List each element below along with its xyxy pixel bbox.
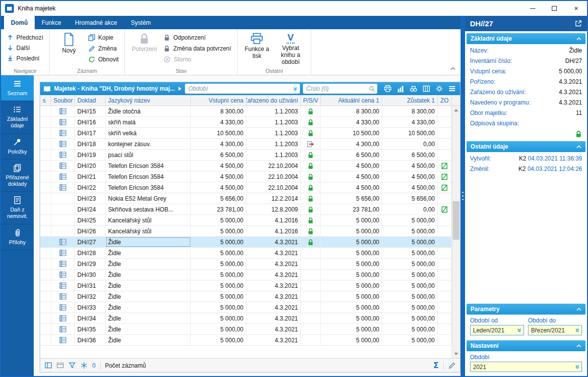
double-chevron-down-icon[interactable] [517, 327, 522, 333]
scroll-up-button[interactable] [452, 106, 460, 114]
next-button[interactable]: Další [5, 43, 45, 53]
copy-button[interactable]: Kopie [86, 32, 120, 43]
close-button[interactable]: × [565, 1, 587, 16]
double-chevron-down-icon[interactable] [293, 86, 298, 92]
section-settings-header[interactable]: Nastavení [467, 340, 586, 351]
open-in-window-icon[interactable] [575, 20, 582, 27]
columns-button[interactable] [422, 85, 430, 93]
collapse-icon[interactable] [576, 37, 582, 41]
number-search-input[interactable] [306, 85, 367, 92]
minimize-button[interactable] [522, 1, 543, 16]
double-chevron-down-icon[interactable] [575, 327, 580, 333]
column-header[interactable]: Doklad [75, 95, 106, 106]
change-confirm-date-button[interactable]: Změna data potvrzení [162, 43, 233, 54]
table-row[interactable]: DH//31Židle5 000,004.3.20215 000,005 000… [40, 280, 460, 291]
maximize-button[interactable] [543, 1, 565, 16]
settings-button[interactable] [435, 85, 443, 93]
period-to-input[interactable] [531, 327, 574, 334]
ribbon-tab[interactable]: Hromadné akce [68, 16, 124, 29]
ribbon-tab[interactable]: Systém [124, 16, 158, 29]
sidebar-item[interactable]: Položky [1, 134, 34, 160]
table-row[interactable]: DH//30Židle5 000,004.3.20215 000,005 000… [40, 269, 460, 280]
column-header[interactable]: Zůstatek 1 [382, 95, 438, 106]
table-row[interactable]: DH//20Telefon Ericson 35844 500,0022.10.… [40, 161, 460, 171]
collapse-icon[interactable] [576, 145, 582, 149]
table-row[interactable]: DH//32Židle5 000,004.3.20215 000,005 000… [40, 291, 460, 302]
ribbon-tab[interactable]: Domů [4, 16, 35, 29]
table-row[interactable]: DH//23Nokia E52 Metal Grey5 656,0012.2.2… [40, 193, 460, 204]
previous-button[interactable]: Předchozí [5, 32, 45, 43]
settings-period-input[interactable] [473, 364, 574, 371]
table-row[interactable]: DH//26Kancelářský stůl5 000,004.1.20165 … [40, 226, 460, 237]
sidebar-item[interactable]: Základní údaje [1, 101, 34, 133]
layout-button[interactable] [45, 362, 52, 369]
card-button[interactable] [57, 362, 64, 369]
sidebar-item[interactable]: Přílohy [1, 224, 34, 250]
document-cell: DH//17 [75, 128, 106, 138]
section-other-header[interactable]: Ostatní údaje [467, 141, 586, 152]
table-row[interactable]: DH//22Telefon Ericson 35844 500,0022.10.… [40, 182, 460, 193]
print-button[interactable] [384, 85, 392, 93]
book-title[interactable]: Majetek - Kniha "DH, Drobný hmotný maj..… [54, 85, 175, 92]
functions-print-button[interactable]: Funkce a tisk [241, 31, 272, 67]
select-book-button[interactable]: V Vybrat knihu a období [274, 31, 307, 67]
last-button[interactable]: Poslední [5, 53, 45, 63]
panel-splitter[interactable] [461, 16, 465, 376]
ribbon-tab[interactable]: Funkce [35, 16, 68, 29]
collapse-icon[interactable] [576, 344, 582, 348]
section-parameters-header[interactable]: Parametry [467, 304, 586, 315]
sidebar-item[interactable]: Přiřazené doklady [1, 160, 34, 192]
sidebar-item[interactable]: Seznam [1, 75, 34, 101]
column-header[interactable]: Soubor [51, 95, 75, 106]
filter-button[interactable] [68, 362, 76, 369]
column-header[interactable]: Vstupní cena [191, 95, 246, 106]
table-row[interactable]: DH//18kontejner zásuv.4 300,001.1.20034 … [40, 139, 460, 150]
book-dropdown-arrow[interactable] [178, 86, 182, 91]
table-row[interactable]: DH//35Židle5 000,004.3.20215 000,005 000… [40, 324, 460, 335]
table-row[interactable]: DH//21Telefon Ericson 35844 500,0022.10.… [40, 171, 460, 182]
menu-button[interactable] [448, 85, 456, 93]
double-chevron-down-icon[interactable] [575, 364, 580, 370]
table-row[interactable]: DH//28Židle5 000,004.3.20215 000,005 000… [40, 248, 460, 259]
table-row[interactable]: DH//29Židle5 000,004.3.20215 000,005 000… [40, 259, 460, 269]
scroll-track[interactable] [452, 114, 460, 350]
vertical-scrollbar[interactable] [452, 106, 460, 358]
column-header[interactable]: ZO [438, 95, 452, 106]
table-row[interactable]: DH//27Židle5 000,004.3.20215 000,005 000… [40, 237, 460, 248]
column-header[interactable]: P/S/V [301, 95, 321, 106]
section-basic-header[interactable]: Základní údaje [467, 33, 586, 44]
table-row[interactable]: DH//17skříň velká10 500,001.1.200310 500… [40, 128, 460, 139]
new-button[interactable]: Nový [54, 31, 84, 67]
table-row[interactable]: DH//33Židle5 000,004.3.20215 000,005 000… [40, 302, 460, 313]
chart-button[interactable] [397, 85, 405, 93]
scroll-down-button[interactable] [452, 350, 460, 358]
cancel-button[interactable]: Storno [162, 54, 233, 64]
change-button[interactable]: Změna [86, 43, 120, 54]
file-icon [59, 130, 66, 136]
table-row[interactable]: DH//25Kancelářský stůl5 000,004.1.20165 … [40, 215, 460, 226]
collapse-ribbon-icon[interactable] [450, 65, 456, 72]
refresh-button[interactable]: Obnovit [86, 54, 120, 64]
table-row[interactable]: DH//16skříň malá4 330,001.1.20034 330,00… [40, 117, 460, 128]
settings-period-field [470, 362, 582, 372]
column-header[interactable]: Aktuální cena 1 [321, 95, 382, 106]
table-row[interactable]: DH//19psací stůl6 500,001.1.20036 500,00… [40, 150, 460, 161]
sidebar-item[interactable]: Daň z nemovit. [1, 192, 34, 224]
table-row[interactable]: DH//36Židle5 000,004.3.20215 000,005 000… [40, 335, 460, 346]
table-row[interactable]: DH//15Židle otočná8 300,001.1.20038 300,… [40, 106, 460, 117]
freeze-button[interactable] [80, 362, 88, 369]
period-from-input[interactable] [473, 327, 516, 334]
table-row[interactable]: DH//34Židle5 000,004.3.20215 000,005 000… [40, 313, 460, 324]
sum-icon[interactable]: Σ [433, 361, 439, 370]
unconfirm-button[interactable]: Odpotvrzení [162, 32, 233, 43]
collapse-icon[interactable] [576, 308, 582, 311]
period-filter-input[interactable] [188, 85, 291, 92]
scroll-thumb[interactable] [453, 201, 460, 240]
edit-icon[interactable] [448, 362, 456, 369]
binoculars-button[interactable] [410, 85, 417, 93]
column-header[interactable]: Zařazeno do užívání [246, 95, 301, 106]
confirm-button[interactable]: Potvrzení [129, 31, 160, 67]
column-header[interactable]: s [40, 95, 51, 106]
column-header[interactable]: Jazykový název [106, 95, 191, 106]
table-row[interactable]: DH//24Skříňová sestava HOB...23 781,0012… [40, 204, 460, 215]
